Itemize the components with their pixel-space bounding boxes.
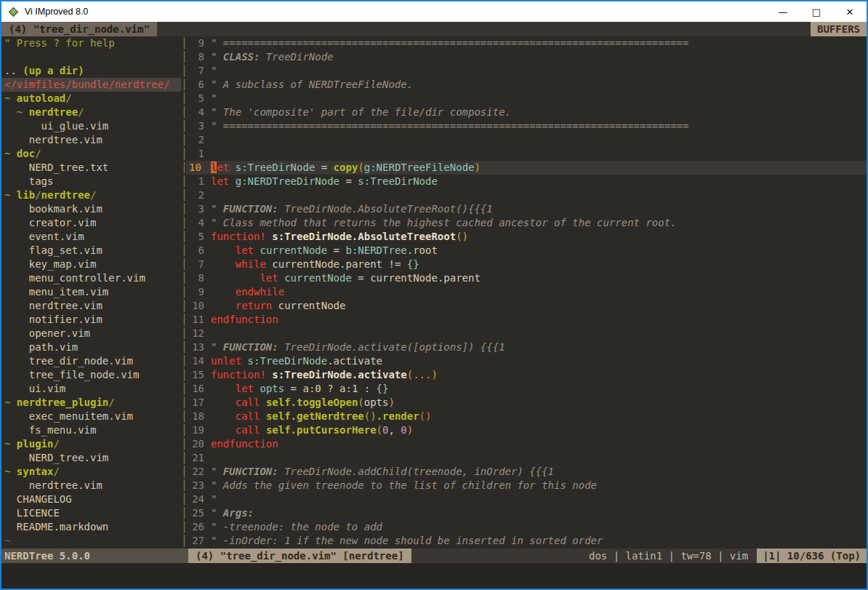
tree-item[interactable]: creator.vim <box>1 216 181 230</box>
code-line[interactable]: 20endfunction <box>186 437 867 451</box>
code-line[interactable]: 7" <box>186 64 867 78</box>
code-line[interactable]: 6" A subclass of NERDTreeFileNode. <box>186 78 867 92</box>
code-line[interactable]: 14unlet s:TreeDirNode.activate <box>186 354 867 368</box>
code-line[interactable]: 23" Adds the given treenode to the list … <box>186 479 867 493</box>
tree-item[interactable]: ~ nerdtree_plugin/ <box>1 396 181 410</box>
code-text: let s:TreeDirNode = copy(g:NERDTreeFileN… <box>211 161 867 175</box>
editor-split: " Press ? for help.. (up a dir)</vimfile… <box>1 36 867 549</box>
code-line[interactable]: 9 endwhile <box>186 285 867 299</box>
code-line[interactable]: 24" <box>186 493 867 506</box>
tree-item[interactable]: ~ doc/ <box>1 147 181 161</box>
tree-item[interactable]: tree_file_node.vim <box>1 368 181 382</box>
tree-item[interactable]: exec_menuitem.vim <box>1 410 181 423</box>
tree-item[interactable]: tags <box>1 175 181 188</box>
tree-item[interactable]: ui_glue.vim <box>1 119 181 133</box>
tree-item[interactable]: bookmark.vim <box>1 202 181 216</box>
tree-item[interactable]: menu_controller.vim <box>1 271 181 285</box>
tree-item[interactable]: ui.vim <box>1 382 181 396</box>
tree-item[interactable]: notifier.vim <box>1 313 181 327</box>
code-text <box>211 188 867 202</box>
line-number: 5 <box>186 92 211 105</box>
tree-item[interactable]: ~ <box>1 534 181 548</box>
code-text: " -treenode: the node to add <box>211 520 867 534</box>
code-token: .. <box>4 65 23 76</box>
tree-item[interactable]: .. (up a dir) <box>1 64 181 78</box>
split-separator-glyph: │ <box>181 175 186 188</box>
code-token: " ======================================… <box>211 120 688 132</box>
code-line[interactable]: 1 <box>186 147 867 161</box>
tree-item[interactable]: key_map.vim <box>1 258 181 271</box>
code-token: call <box>236 410 260 422</box>
code-line[interactable]: 10 return currentNode <box>186 299 867 313</box>
code-token: FUNCTION: <box>223 341 278 353</box>
code-line[interactable]: 13" FUNCTION: TreeDirNode.activate([opti… <box>186 340 867 354</box>
tree-item[interactable]: event.vim <box>1 230 181 244</box>
code-line[interactable]: 1let g:NERDTreeDirNode = s:TreeDirNode <box>186 175 867 188</box>
maximize-button[interactable]: □ <box>800 1 833 22</box>
code-line[interactable]: 11endfunction <box>186 313 867 327</box>
tree-item[interactable]: CHANGELOG <box>1 493 181 506</box>
close-button[interactable]: ✕ <box>833 1 867 22</box>
code-buffer[interactable]: 9" =====================================… <box>186 36 867 549</box>
code-token: currentNode <box>260 244 327 256</box>
code-token: ~ <box>4 396 17 408</box>
code-line[interactable]: 17 call self.toggleOpen(opts) <box>186 396 867 410</box>
line-number: 24 <box>186 493 211 506</box>
tree-item[interactable]: path.vim <box>1 340 181 354</box>
window-split-separator[interactable]: │││││││││││││││││││││││││││││││││││││ <box>181 36 186 549</box>
tree-item[interactable]: README.markdown <box>1 520 181 534</box>
split-separator-glyph: │ <box>181 493 186 506</box>
command-line[interactable] <box>1 563 867 589</box>
code-line[interactable]: 12 <box>186 327 867 340</box>
tree-item[interactable]: menu_item.vim <box>1 285 181 299</box>
tree-item[interactable]: ~ nerdtree/ <box>1 105 181 119</box>
code-line[interactable]: 4" Class method that returns the highest… <box>186 216 867 230</box>
tree-item[interactable]: flag_set.vim <box>1 244 181 258</box>
code-line[interactable]: 9" =====================================… <box>186 36 867 50</box>
code-token: () <box>364 410 377 422</box>
tree-item[interactable]: ~ plugin/ <box>1 437 181 451</box>
code-line[interactable]: 19 call self.putCursorHere(0, 0) <box>186 423 867 437</box>
code-line[interactable]: 3" FUNCTION: TreeDirNode.AbsoluteTreeRoo… <box>186 202 867 216</box>
code-token: flag_set.vim <box>4 244 103 256</box>
tree-item[interactable]: nerdtree.vim <box>1 299 181 313</box>
tab-current-buffer[interactable]: (4) "tree_dir_node.vim" <box>1 22 157 36</box>
tree-item[interactable]: ~ lib/nerdtree/ <box>1 188 181 202</box>
code-line[interactable]: 8" CLASS: TreeDirNode <box>186 50 867 64</box>
code-line[interactable]: 2 <box>186 133 867 147</box>
code-line[interactable]: 22" FUNCTION: TreeDirNode.addChild(treen… <box>186 465 867 479</box>
code-line[interactable]: 16 let opts = a:0 ? a:1 : {} <box>186 382 867 396</box>
tree-item[interactable]: nerdtree.vim <box>1 133 181 147</box>
tree-item[interactable]: tree_dir_node.vim <box>1 354 181 368</box>
tree-item[interactable] <box>1 50 181 64</box>
code-line[interactable]: 4" The 'composite' part of the file/dir … <box>186 105 867 119</box>
code-token: lib <box>17 189 35 201</box>
tree-item[interactable]: nerdtree.vim <box>1 479 181 493</box>
tree-item[interactable]: fs_menu.vim <box>1 423 181 437</box>
tree-item[interactable]: NERD_tree.txt <box>1 161 181 175</box>
code-line[interactable]: 6 let currentNode = b:NERDTree.root <box>186 244 867 258</box>
tree-item[interactable]: NERD_tree.vim <box>1 451 181 465</box>
code-token: 0 <box>401 424 406 436</box>
tree-item[interactable]: ~ autoload/ <box>1 92 181 105</box>
tree-item[interactable]: LICENCE <box>1 506 181 520</box>
tree-item[interactable]: " Press ? for help <box>1 36 181 50</box>
minimize-button[interactable]: — <box>766 1 800 22</box>
code-line[interactable]: 26" -treenode: the node to add <box>186 520 867 534</box>
buffers-label: BUFFERS <box>811 22 867 36</box>
tree-item[interactable]: ~ syntax/ <box>1 465 181 479</box>
code-line[interactable]: 5" <box>186 92 867 105</box>
code-line[interactable]: 7 while currentNode.parent != {} <box>186 258 867 271</box>
code-line[interactable]: 8 let currentNode = currentNode.parent <box>186 271 867 285</box>
code-line[interactable]: 3" =====================================… <box>186 119 867 133</box>
code-line[interactable]: 21 <box>186 451 867 465</box>
code-line[interactable]: 5function! s:TreeDirNode.AbsoluteTreeRoo… <box>186 230 867 244</box>
code-line[interactable]: 2 <box>186 188 867 202</box>
code-line[interactable]: 27" -inOrder: 1 if the new node should b… <box>186 534 867 548</box>
code-line[interactable]: 25" Args: <box>186 506 867 520</box>
tree-item[interactable]: opener.vim <box>1 327 181 340</box>
code-line-current[interactable]: 10let s:TreeDirNode = copy(g:NERDTreeFil… <box>186 161 867 175</box>
code-line[interactable]: 15function! s:TreeDirNode.activate(...) <box>186 368 867 382</box>
tree-item[interactable]: </vimfiles/bundle/nerdtree/ <box>1 78 181 92</box>
code-line[interactable]: 18 call self.getNerdtree().render() <box>186 410 867 423</box>
